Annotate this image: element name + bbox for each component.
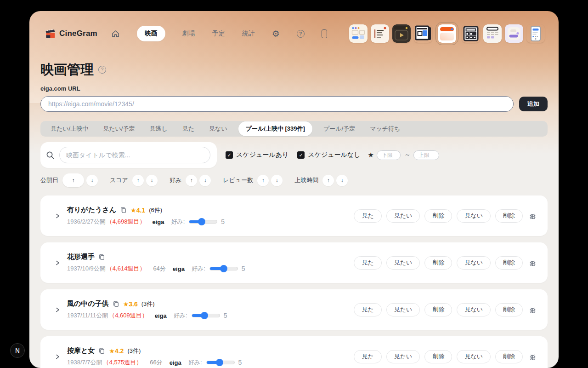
app-icon-video-player[interactable]	[392, 24, 411, 43]
delete-button[interactable]: 削除	[424, 350, 452, 363]
score-min-input[interactable]	[377, 150, 401, 160]
sort-reviews-asc-button[interactable]: ↑	[257, 175, 269, 186]
expand-chevron-icon[interactable]	[54, 353, 61, 361]
sort-label-review-count: レビュー数	[223, 176, 253, 184]
star-icon: ★	[368, 151, 374, 159]
delete-button-2[interactable]: 削除	[495, 209, 523, 223]
delete-button-2[interactable]: 削除	[495, 256, 523, 270]
mobile-icon[interactable]	[322, 29, 327, 38]
range-separator: ～	[404, 151, 411, 159]
tab-match-waiting[interactable]: マッチ待ち	[366, 125, 404, 133]
bug-icon[interactable]	[528, 352, 537, 362]
eiga-link[interactable]: eiga	[155, 312, 167, 319]
not-watching-button[interactable]: 見ない	[457, 303, 491, 316]
not-watching-button[interactable]: 見ない	[457, 256, 491, 270]
copy-icon[interactable]	[120, 207, 127, 213]
sort-score-desc-button[interactable]: ↓	[146, 175, 158, 186]
app-icon-phone[interactable]	[526, 24, 545, 43]
preference-value: 5	[224, 312, 227, 319]
search-input[interactable]	[59, 147, 210, 163]
nav-item-movies[interactable]: 映画	[137, 26, 165, 41]
eiga-link[interactable]: eiga	[173, 265, 185, 272]
tab-pool-now-showing[interactable]: プール/上映中 [339件]	[238, 121, 312, 136]
movie-release-date: 1938/7/7公開	[67, 358, 102, 367]
checkbox-schedule-with[interactable]: ✓ スケジュールあり	[226, 151, 288, 159]
sort-release-desc-button[interactable]: ↓	[86, 175, 98, 186]
app-icon-purple-list[interactable]	[505, 24, 523, 43]
tab-pool-upcoming[interactable]: プール/予定	[320, 125, 359, 133]
not-watching-button[interactable]: 見ない	[457, 209, 491, 223]
want-to-watch-button[interactable]: 見たい	[386, 256, 420, 270]
delete-button[interactable]: 削除	[424, 209, 452, 223]
tab-want-now-showing[interactable]: 見たい/上映中	[47, 125, 92, 133]
app-icon-table-grid[interactable]	[462, 24, 480, 43]
app-icon-window-layout[interactable]	[414, 24, 432, 43]
delete-button[interactable]: 削除	[424, 256, 452, 270]
watched-button[interactable]: 見た	[354, 256, 381, 270]
sort-runtime-desc-button[interactable]: ↓	[336, 175, 348, 186]
movie-card: 按摩と女 ★4.2 (3件) 1938/7/7公開 （4,575週目） 66分 …	[40, 336, 548, 368]
slider-thumb[interactable]	[216, 359, 223, 366]
watched-button[interactable]: 見た	[354, 350, 381, 363]
nav-item-stats[interactable]: 統計	[242, 29, 255, 38]
preference-slider[interactable]	[206, 361, 235, 364]
add-movie-button[interactable]: 追加	[519, 97, 548, 111]
preference-slider[interactable]	[189, 220, 217, 224]
want-to-watch-button[interactable]: 見たい	[386, 350, 420, 363]
not-watching-button[interactable]: 見ない	[457, 350, 491, 363]
watched-button[interactable]: 見た	[354, 303, 381, 316]
expand-chevron-icon[interactable]	[54, 306, 61, 314]
nav-item-schedule[interactable]: 予定	[212, 29, 225, 38]
expand-chevron-icon[interactable]	[54, 212, 61, 220]
eiga-url-input[interactable]	[40, 96, 514, 112]
slider-thumb[interactable]	[220, 265, 227, 272]
bug-icon[interactable]	[528, 211, 537, 221]
help-icon[interactable]: ?	[297, 30, 305, 38]
movie-list: 有りがたうさん ★4.1 (6件) 1936/2/27公開 （4,698週目） …	[40, 196, 548, 368]
preference-slider[interactable]	[209, 267, 238, 270]
nav-item-theaters[interactable]: 劇場	[182, 29, 195, 38]
expand-chevron-icon[interactable]	[54, 259, 61, 267]
watched-button[interactable]: 見た	[354, 209, 381, 223]
app-icon-notes[interactable]	[371, 24, 389, 43]
app-icon-kanban[interactable]	[349, 24, 368, 43]
sort-row: 公開日 ↑ ↓ スコア ↑ ↓ 好み ↑ ↓ レビュー数 ↑ ↓ 上映時間 ↑	[40, 173, 548, 187]
want-to-watch-button[interactable]: 見たい	[386, 209, 420, 223]
sort-score-asc-button[interactable]: ↑	[132, 175, 144, 186]
preference-slider[interactable]	[192, 314, 220, 317]
app-icon-board-columns[interactable]	[483, 24, 502, 43]
brand-logo[interactable]: CineGram	[45, 29, 97, 39]
score-max-input[interactable]	[413, 150, 439, 160]
eiga-link[interactable]: eiga	[152, 218, 164, 225]
sort-preference-desc-button[interactable]: ↓	[199, 175, 211, 186]
sort-runtime-asc-button[interactable]: ↑	[322, 175, 334, 186]
checkbox-schedule-without[interactable]: ✓ スケジュールなし	[297, 151, 360, 159]
copy-icon[interactable]	[98, 253, 105, 260]
delete-button[interactable]: 削除	[424, 303, 452, 316]
tab-watched[interactable]: 見た	[179, 125, 198, 133]
tab-not-watching[interactable]: 見ない	[205, 125, 231, 133]
want-to-watch-button[interactable]: 見たい	[386, 303, 420, 316]
movie-weeks-count: （4,698週目）	[107, 218, 146, 226]
delete-button-2[interactable]: 削除	[495, 303, 523, 316]
gear-icon[interactable]: ⚙	[272, 29, 280, 38]
eiga-link[interactable]: eiga	[170, 359, 181, 366]
copy-icon[interactable]	[98, 347, 105, 354]
copy-icon[interactable]	[113, 300, 119, 307]
app-icon-browser[interactable]	[438, 24, 456, 43]
url-field-label: eiga.com URL	[40, 85, 548, 92]
sort-preference-asc-button[interactable]: ↑	[186, 175, 197, 186]
bug-icon[interactable]	[528, 258, 537, 268]
tab-missed[interactable]: 見逃し	[146, 125, 171, 133]
bug-icon[interactable]	[528, 305, 537, 315]
slider-thumb[interactable]	[198, 218, 205, 225]
delete-button-2[interactable]: 削除	[495, 350, 523, 363]
tab-want-upcoming[interactable]: 見たい/予定	[99, 125, 138, 133]
movie-card: 花形選手 1937/10/9公開 （4,614週目） 64分 eiga 好み: …	[40, 242, 548, 283]
slider-thumb[interactable]	[201, 312, 208, 319]
sort-release-asc-button[interactable]: ↑	[62, 173, 84, 187]
home-icon[interactable]	[111, 29, 120, 38]
sort-reviews-desc-button[interactable]: ↓	[271, 175, 283, 186]
page-help-icon[interactable]: ?	[98, 66, 106, 74]
n-floating-badge[interactable]: N	[10, 343, 25, 358]
